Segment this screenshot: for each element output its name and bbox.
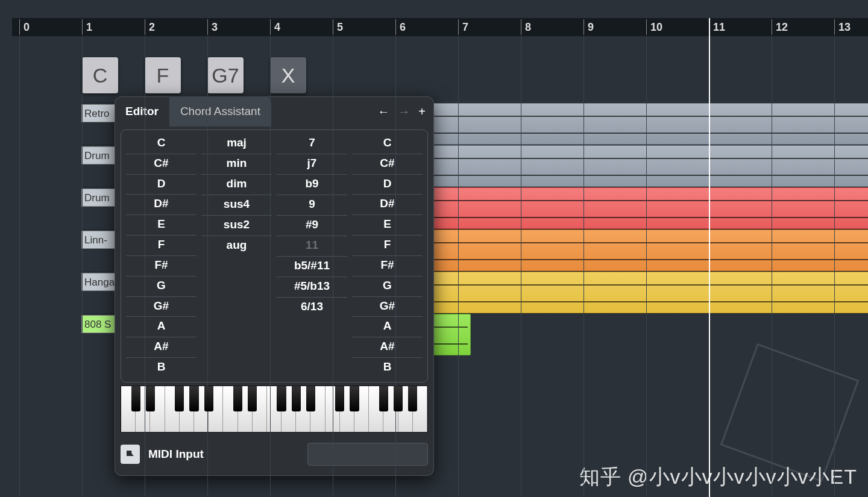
- back-icon[interactable]: ←: [377, 105, 389, 119]
- audio-clip[interactable]: [383, 145, 868, 187]
- chord-cell[interactable]: D: [126, 175, 197, 195]
- audio-clip[interactable]: [383, 187, 868, 229]
- chord-cell[interactable]: E: [352, 215, 423, 236]
- chord-cell[interactable]: A#: [352, 337, 423, 358]
- track-label[interactable]: Drum: [81, 146, 115, 164]
- ruler-tick[interactable]: 13: [834, 19, 851, 35]
- chord-cell[interactable]: 7: [277, 134, 347, 154]
- chord-block[interactable]: C: [82, 57, 118, 93]
- ruler-tick[interactable]: 2: [145, 19, 155, 35]
- chord-block[interactable]: F: [145, 57, 181, 93]
- black-key[interactable]: [350, 386, 359, 411]
- chord-cell[interactable]: j7: [277, 154, 347, 175]
- chord-cell[interactable]: F: [126, 236, 197, 256]
- ruler-tick[interactable]: 1: [82, 19, 92, 35]
- add-icon[interactable]: +: [418, 105, 426, 119]
- chord-cell[interactable]: dim: [201, 175, 272, 195]
- chord-cell[interactable]: C: [352, 134, 423, 154]
- chord-cell[interactable]: G#: [126, 297, 197, 317]
- chord-cell[interactable]: F#: [126, 256, 197, 277]
- black-key[interactable]: [335, 386, 344, 411]
- chord-cell[interactable]: F: [352, 236, 423, 256]
- timeline-ruler[interactable]: 012345678910111213: [12, 18, 868, 36]
- track-label[interactable]: Drum: [81, 189, 115, 207]
- chord-cell[interactable]: G: [126, 277, 197, 297]
- chord-cell[interactable]: C#: [126, 154, 197, 175]
- track-label[interactable]: Retro: [81, 104, 115, 122]
- chord-cell[interactable]: #5/b13: [277, 277, 347, 298]
- chord-cell[interactable]: min: [201, 154, 272, 175]
- ruler-tick[interactable]: 3: [207, 19, 218, 35]
- forward-icon[interactable]: →: [398, 105, 410, 119]
- chord-cell[interactable]: A: [352, 317, 423, 337]
- ruler-tick[interactable]: 7: [458, 19, 468, 35]
- ruler-tick[interactable]: 5: [333, 19, 343, 35]
- col-root: CC#DD#EFF#GG#AA#B: [124, 134, 199, 378]
- ruler-tick[interactable]: 9: [583, 19, 594, 35]
- chord-editor-body: CC#DD#EFF#GG#AA#B majmindimsus4sus2aug 7…: [121, 130, 428, 383]
- chord-cell[interactable]: D: [352, 175, 423, 195]
- midi-input-icon[interactable]: [121, 445, 140, 464]
- chord-cell[interactable]: b9: [277, 175, 347, 195]
- black-key[interactable]: [408, 386, 417, 411]
- chord-block[interactable]: G7: [207, 57, 244, 93]
- ruler-tick[interactable]: 11: [709, 19, 725, 35]
- watermark-text: 知乎 @小v小v小v小v小v小ET: [579, 463, 857, 491]
- chord-cell[interactable]: sus4: [201, 195, 272, 216]
- black-key[interactable]: [189, 386, 198, 411]
- black-key[interactable]: [204, 386, 213, 411]
- gridline: [82, 36, 83, 497]
- chord-block[interactable]: X: [270, 57, 306, 93]
- ruler-tick[interactable]: 12: [772, 19, 788, 35]
- track-label[interactable]: Linn-: [81, 231, 115, 249]
- ruler-tick[interactable]: 8: [521, 19, 531, 35]
- black-key[interactable]: [233, 386, 242, 411]
- tab-chord-assistant[interactable]: Chord Assistant: [169, 96, 271, 127]
- playhead[interactable]: [709, 18, 710, 497]
- chord-cell[interactable]: E: [126, 215, 197, 236]
- ruler-tick[interactable]: 4: [270, 19, 280, 35]
- chord-cell[interactable]: B: [352, 358, 423, 378]
- chord-cell[interactable]: D#: [352, 195, 423, 215]
- midi-input-label: MIDI Input: [148, 448, 204, 461]
- chord-cell[interactable]: sus2: [201, 216, 272, 236]
- chord-cell[interactable]: B: [126, 358, 197, 378]
- chord-cell[interactable]: G: [352, 277, 423, 297]
- tab-editor[interactable]: Editor: [115, 96, 169, 127]
- chord-cell[interactable]: C#: [352, 154, 423, 175]
- track-label[interactable]: 808 S: [81, 315, 115, 333]
- chord-cell[interactable]: G#: [352, 297, 423, 317]
- ruler-tick[interactable]: 6: [395, 19, 406, 35]
- chord-cell[interactable]: F#: [352, 256, 423, 277]
- ruler-tick[interactable]: 0: [19, 19, 30, 35]
- track-label[interactable]: Hanga: [81, 273, 115, 291]
- black-key[interactable]: [131, 386, 140, 411]
- chord-cell[interactable]: aug: [201, 236, 272, 257]
- audio-clip[interactable]: [383, 103, 868, 145]
- black-key[interactable]: [175, 386, 184, 411]
- chord-cell[interactable]: maj: [201, 134, 272, 154]
- col-quality: majmindimsus4sus2aug: [199, 134, 274, 378]
- black-key[interactable]: [306, 386, 315, 411]
- gridline: [583, 36, 584, 497]
- audio-clip[interactable]: [383, 230, 868, 271]
- ruler-tick[interactable]: 10: [646, 19, 662, 35]
- chord-cell[interactable]: A#: [126, 337, 197, 358]
- black-key[interactable]: [277, 386, 286, 411]
- chord-cell[interactable]: D#: [126, 195, 197, 215]
- black-key[interactable]: [292, 386, 301, 411]
- black-key[interactable]: [379, 386, 388, 411]
- black-key[interactable]: [248, 386, 257, 411]
- chord-cell[interactable]: 6/13: [277, 298, 347, 318]
- gridline: [834, 36, 835, 497]
- chord-cell[interactable]: 9: [277, 195, 347, 216]
- piano-keyboard[interactable]: [121, 386, 428, 433]
- black-key[interactable]: [146, 386, 155, 411]
- black-key[interactable]: [394, 386, 403, 411]
- chord-cell[interactable]: C: [126, 134, 197, 154]
- chord-cell[interactable]: #9: [277, 216, 347, 236]
- chord-cell[interactable]: 11: [277, 236, 347, 257]
- chord-cell[interactable]: A: [126, 317, 197, 337]
- audio-clip[interactable]: [383, 272, 868, 313]
- chord-cell[interactable]: b5/#11: [277, 257, 347, 277]
